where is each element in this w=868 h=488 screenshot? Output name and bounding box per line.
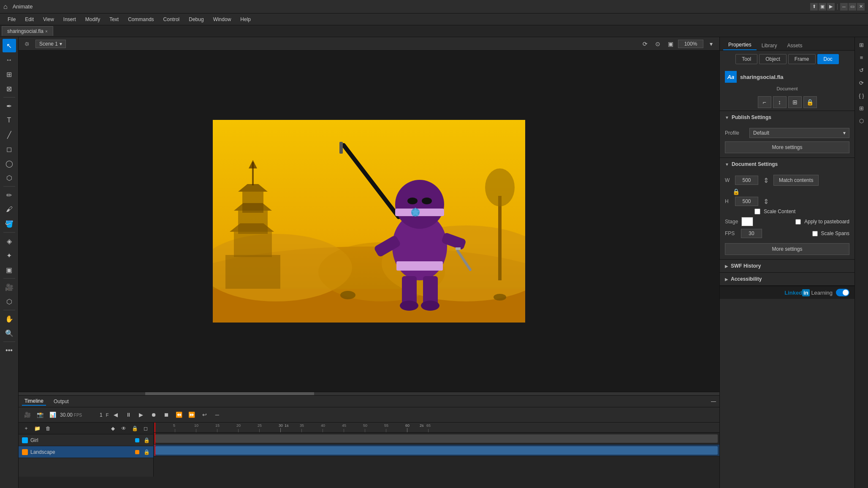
add-layer-btn[interactable]: + [22, 424, 30, 433]
swf-history-header[interactable]: ▶ SWF History [720, 260, 854, 272]
zoom-dropdown-btn[interactable]: ▾ [706, 39, 716, 49]
scale-content-checkbox[interactable] [754, 209, 760, 214]
accessibility-header[interactable]: ▶ Accessibility [720, 273, 854, 285]
menu-text[interactable]: Text [105, 15, 123, 24]
file-tab[interactable]: sharingsocial.fla × [2, 26, 53, 36]
scene-selector[interactable]: Scene 1 ▾ [35, 40, 66, 48]
tool-transform[interactable]: ⊞ [3, 68, 16, 81]
layer-row-girl[interactable]: Girl 🔒 [19, 434, 153, 446]
tl-camera-btn[interactable]: 📸 [35, 409, 46, 420]
add-folder-btn[interactable]: 📁 [33, 424, 41, 433]
menu-commands[interactable]: Commands [124, 15, 158, 24]
height-slider[interactable]: ⇕ [762, 198, 770, 206]
layer-row-landscape[interactable]: Landscape 🔒 [19, 446, 153, 458]
restore-button[interactable]: ▭ [849, 3, 856, 11]
tool-more[interactable]: ••• [3, 344, 16, 357]
timeline-collapse-btn[interactable]: — [711, 399, 716, 404]
keyframe-btn[interactable]: ◆ [108, 424, 117, 433]
height-input[interactable] [735, 197, 758, 206]
edit-symbol-btn[interactable]: ⛭ [22, 39, 32, 49]
rsb-history-btn[interactable]: ↺ [856, 64, 868, 76]
apply-pasteboard-checkbox[interactable] [795, 219, 801, 225]
tool-subselect[interactable]: ↔ [3, 53, 16, 67]
rsb-code-btn[interactable]: { } [856, 89, 868, 101]
tool-inkbottle[interactable]: ◈ [3, 234, 16, 248]
tool-asset[interactable]: ⬡ [3, 295, 16, 308]
tool-3d[interactable]: ⊠ [3, 82, 16, 95]
menu-edit[interactable]: Edit [21, 15, 38, 24]
tl-undo-btn[interactable]: ↩ [199, 409, 210, 420]
play-button[interactable]: ▶ [827, 3, 835, 11]
tool-pen[interactable]: ✒ [3, 99, 16, 113]
tool-line[interactable]: ╱ [3, 128, 16, 141]
menu-insert[interactable]: Insert [59, 15, 80, 24]
tool-dropper[interactable]: ✦ [3, 249, 16, 262]
transform-icon-btn[interactable]: ⊞ [788, 96, 802, 108]
menu-file[interactable]: File [3, 15, 20, 24]
tl-new-layer-btn[interactable]: 🎥 [22, 409, 33, 420]
menu-control[interactable]: Control [159, 15, 184, 24]
tl-prev-btn[interactable]: ◀ [110, 409, 121, 420]
snap-icon-btn[interactable]: ⌐ [758, 96, 771, 108]
tl-graph-btn[interactable]: 📊 [47, 409, 58, 420]
lock-all-btn[interactable]: 🔒 [130, 424, 139, 433]
canvas-rotate-btn[interactable]: ⟳ [640, 39, 650, 49]
tl-loop-btn[interactable]: ⏹ [161, 409, 172, 420]
rsb-comps-btn[interactable]: ⬡ [856, 115, 868, 127]
menu-modify[interactable]: Modify [81, 15, 104, 24]
home-icon[interactable]: ⌂ [3, 3, 8, 11]
output-tab[interactable]: Output [51, 398, 71, 405]
rsb-grid-btn[interactable]: ⊞ [856, 102, 868, 114]
tl-next-btn[interactable]: ▶ [136, 409, 146, 420]
match-contents-btn[interactable]: Match contents [773, 175, 819, 186]
publish-more-settings-btn[interactable]: More settings [725, 141, 849, 153]
align-icon-btn[interactable]: ↕ [773, 96, 787, 108]
scale-spans-checkbox[interactable] [812, 231, 818, 236]
menu-debug[interactable]: Debug [184, 15, 208, 24]
tool-rect[interactable]: ◻ [3, 142, 16, 156]
lock-icon-btn[interactable]: 🔒 [803, 96, 817, 108]
tl-stop-btn[interactable]: ⏸ [123, 409, 134, 420]
stage-color-picker[interactable] [741, 217, 753, 226]
outline-btn[interactable]: ◻ [141, 424, 150, 433]
visibility-btn[interactable]: 👁 [119, 424, 128, 433]
tool-paint[interactable]: 🪣 [3, 217, 16, 230]
tool-hand[interactable]: ✋ [3, 312, 16, 325]
panel-tab-properties[interactable]: Properties [723, 40, 757, 50]
hscroll[interactable] [19, 392, 719, 395]
width-input[interactable] [735, 176, 758, 185]
tool-polystar[interactable]: ⬡ [3, 171, 16, 184]
linkedin-toggle[interactable] [836, 289, 849, 296]
width-slider[interactable]: ⇕ [762, 176, 770, 184]
panel-tab-library[interactable]: Library [757, 41, 782, 50]
rsb-motion-btn[interactable]: ⟳ [856, 77, 868, 89]
layout-button[interactable]: ▣ [819, 3, 826, 11]
minimize-button[interactable]: ─ [840, 3, 848, 11]
tool-brush[interactable]: 🖌 [3, 203, 16, 216]
document-settings-header[interactable]: ▼ Document Settings [720, 158, 854, 171]
tab-object[interactable]: Object [759, 54, 787, 64]
menu-help[interactable]: Help [236, 15, 255, 24]
tool-select[interactable]: ↖ [3, 39, 16, 52]
tool-pencil[interactable]: ✏ [3, 188, 16, 202]
fps-input[interactable] [741, 229, 762, 238]
tab-frame[interactable]: Frame [788, 54, 816, 64]
tab-tool[interactable]: Tool [735, 54, 757, 64]
canvas-clip-btn[interactable]: ▣ [665, 39, 675, 49]
tl-record-btn[interactable]: ⏺ [148, 409, 159, 420]
layer-girl-lock-icon[interactable]: 🔒 [144, 437, 150, 443]
layer-landscape-lock-icon[interactable]: 🔒 [144, 449, 150, 455]
rsb-cc-btn[interactable]: ⊞ [856, 39, 868, 51]
tool-eraser[interactable]: ▣ [3, 263, 16, 277]
publish-settings-header[interactable]: ▼ Publish Settings [720, 111, 854, 124]
doc-more-settings-btn[interactable]: More settings [725, 243, 849, 255]
canvas-snap-btn[interactable]: ⊙ [653, 39, 663, 49]
menu-window[interactable]: Window [209, 15, 236, 24]
timeline-tab[interactable]: Timeline [22, 397, 46, 406]
export-button[interactable]: ⬆ [810, 3, 818, 11]
tab-close-icon[interactable]: × [45, 29, 48, 34]
tool-text[interactable]: T [3, 114, 16, 127]
tl-play-btn[interactable]: ⏩ [186, 409, 197, 420]
close-button[interactable]: ✕ [857, 3, 865, 11]
panel-tab-assets[interactable]: Assets [782, 41, 807, 50]
